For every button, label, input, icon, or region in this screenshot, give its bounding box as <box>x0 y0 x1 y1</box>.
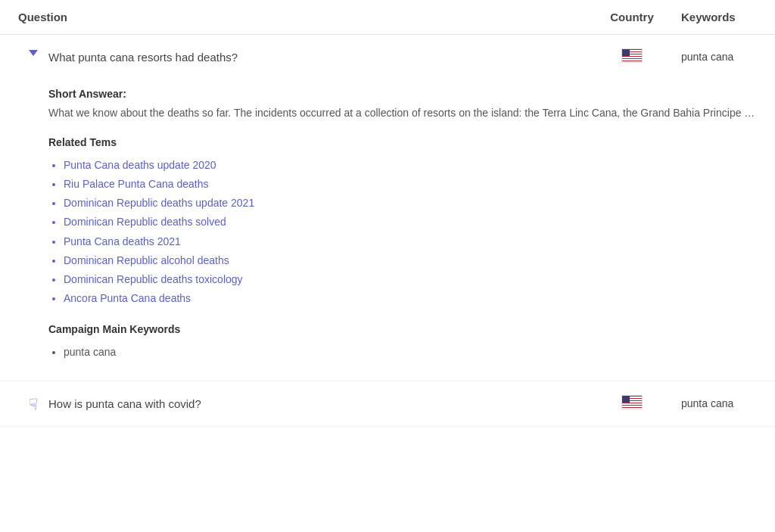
list-item: Ancora Punta Cana deaths <box>64 289 757 308</box>
table-row: ☟ How is punta cana with covid? punta ca… <box>0 381 775 428</box>
keywords-cell: punta cana <box>674 48 757 65</box>
list-item: Punta Cana deaths 2021 <box>64 232 757 251</box>
header-country: Country <box>590 11 674 23</box>
list-item: punta cana <box>64 343 757 362</box>
related-terms-list: Punta Cana deaths update 2020 Riu Palace… <box>48 156 757 309</box>
flag-background <box>622 396 642 409</box>
pointer-icon: ☟ <box>29 397 38 412</box>
list-item: Dominican Republic deaths solved <box>64 213 757 232</box>
list-item: Dominican Republic deaths update 2021 <box>64 194 757 213</box>
arrow-down-icon <box>29 50 38 56</box>
short-answer-label: Short Answear: <box>48 88 757 100</box>
us-flag-icon <box>621 48 643 63</box>
expand-icon[interactable]: ☟ <box>18 395 48 412</box>
table-row: What punta cana resorts had deaths? punt… <box>0 35 775 381</box>
main-table: Question Country Keywords What punta can… <box>0 0 775 427</box>
question-text: How is punta cana with covid? <box>48 395 590 413</box>
us-flag-icon <box>621 395 643 409</box>
short-answer-text: What we know about the deaths so far. Th… <box>48 104 757 121</box>
list-item: Dominican Republic alcohol deaths <box>64 251 757 270</box>
flag-canton <box>622 49 630 56</box>
row-main-clickable[interactable]: ☟ How is punta cana with covid? punta ca… <box>0 381 775 427</box>
list-item: Riu Palace Punta Cana deaths <box>64 175 757 194</box>
related-terms-label: Related Tems <box>48 136 757 148</box>
flag-background <box>622 49 642 62</box>
header-keywords: Keywords <box>674 11 757 23</box>
list-item: Punta Cana deaths update 2020 <box>64 156 757 175</box>
keywords-cell: punta cana <box>674 395 757 412</box>
row-main-clickable[interactable]: What punta cana resorts had deaths? punt… <box>0 35 775 80</box>
table-header: Question Country Keywords <box>0 0 775 35</box>
list-item: Dominican Republic deaths toxicology <box>64 270 757 289</box>
campaign-keywords-label: Campaign Main Keywords <box>48 323 757 335</box>
header-question: Question <box>18 11 590 23</box>
question-text: What punta cana resorts had deaths? <box>48 48 590 67</box>
expand-icon[interactable] <box>18 48 48 56</box>
expanded-panel: Short Answear: What we know about the de… <box>0 80 775 381</box>
country-cell <box>590 48 674 63</box>
country-cell <box>590 395 674 409</box>
flag-canton <box>622 396 630 403</box>
campaign-keywords-list: punta cana <box>48 343 757 362</box>
